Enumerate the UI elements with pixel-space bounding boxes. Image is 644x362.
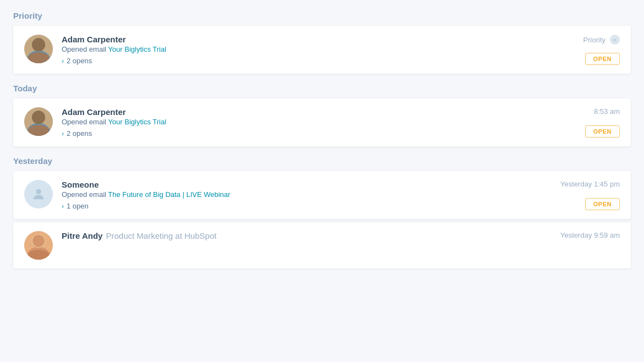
card-action-text: Opened email The Future of Big Data | LI…	[62, 190, 620, 199]
email-link[interactable]: Your Biglytics Trial	[108, 118, 166, 126]
priority-label: Priority	[583, 36, 605, 44]
email-link[interactable]: The Future of Big Data | LIVE Webinar	[108, 190, 230, 199]
activity-time: Yesterday 9:59 am	[560, 231, 620, 239]
email-link[interactable]: Your Biglytics Trial	[108, 45, 166, 53]
svg-point-0	[36, 189, 41, 194]
avatar	[24, 35, 53, 63]
card-meta: 8:53 am	[594, 107, 620, 116]
section-yesterday: Yesterday SomeoneOpened email The Future…	[13, 156, 631, 268]
open-button[interactable]: OPEN	[585, 125, 620, 138]
activity-time: 8:53 am	[594, 107, 620, 116]
card-meta: Yesterday 1:45 pm	[560, 180, 620, 188]
opens-text: 2 opens	[67, 129, 92, 138]
section-label-priority: Priority	[13, 11, 631, 20]
avatar	[24, 180, 53, 209]
card-meta: Yesterday 9:59 am	[560, 231, 620, 239]
avatar	[24, 231, 53, 260]
section-priority: PriorityAdam CarpenterOpened email Your …	[13, 11, 631, 74]
opens-count[interactable]: ›2 opens	[62, 57, 620, 65]
card-action-text: Opened email Your Biglytics Trial	[62, 45, 620, 53]
activity-time: Yesterday 1:45 pm	[560, 180, 620, 188]
priority-icon: ○	[610, 35, 620, 45]
open-button[interactable]: OPEN	[585, 198, 620, 210]
contact-name[interactable]: Pitre Andy	[62, 231, 102, 240]
avatar	[24, 107, 53, 136]
contact-name[interactable]: Adam Carpenter	[62, 107, 126, 117]
contact-company: Product Marketing at HubSpot	[106, 231, 216, 240]
chevron-icon: ›	[62, 130, 64, 138]
activity-feed: PriorityAdam CarpenterOpened email Your …	[13, 11, 631, 268]
card-content: Adam CarpenterOpened email Your Biglytic…	[62, 107, 620, 138]
card-content: SomeoneOpened email The Future of Big Da…	[62, 180, 620, 210]
card-someone-yesterday: SomeoneOpened email The Future of Big Da…	[13, 171, 631, 219]
card-content: Adam CarpenterOpened email Your Biglytic…	[62, 35, 620, 65]
contact-name[interactable]: Adam Carpenter	[62, 35, 126, 44]
chevron-icon: ›	[62, 202, 64, 210]
contact-name[interactable]: Someone	[62, 180, 99, 189]
opens-count[interactable]: ›1 open	[62, 202, 620, 210]
opens-text: 1 open	[67, 202, 89, 210]
card-meta: Priority○	[583, 35, 620, 45]
section-label-today: Today	[13, 84, 631, 93]
open-button[interactable]: OPEN	[585, 53, 620, 65]
card-action-text: Opened email Your Biglytics Trial	[62, 118, 620, 126]
card-pitre-yesterday: Pitre AndyProduct Marketing at HubSpotYe…	[13, 222, 631, 268]
opens-count[interactable]: ›2 opens	[62, 129, 620, 138]
section-label-yesterday: Yesterday	[13, 156, 631, 166]
opens-text: 2 opens	[67, 57, 92, 65]
card-content: Pitre AndyProduct Marketing at HubSpot	[62, 231, 620, 240]
card-adam-today: Adam CarpenterOpened email Your Biglytic…	[13, 98, 631, 146]
card-adam-priority: Adam CarpenterOpened email Your Biglytic…	[13, 26, 631, 74]
chevron-icon: ›	[62, 57, 64, 65]
section-today: TodayAdam CarpenterOpened email Your Big…	[13, 84, 631, 146]
